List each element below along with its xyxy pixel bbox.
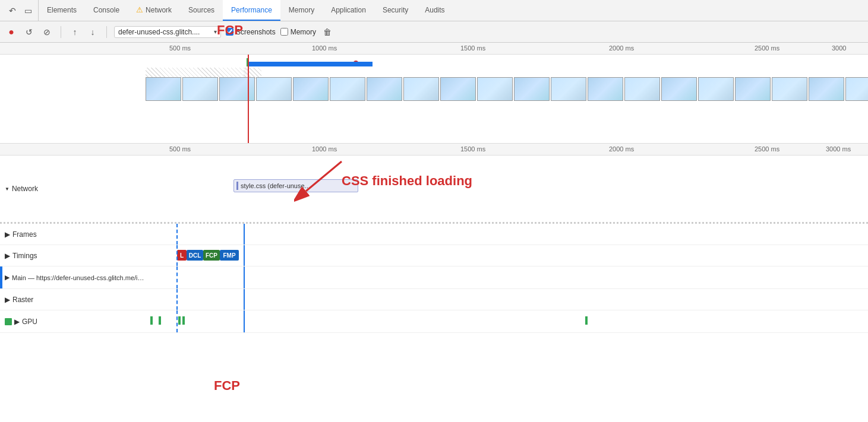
gpu-bar-2 — [159, 316, 161, 325]
tab-elements[interactable]: Elements — [39, 0, 85, 21]
screenshot-thumb — [330, 77, 365, 101]
screenshot-thumb — [551, 77, 586, 101]
screenshot-thumb — [698, 77, 734, 101]
tab-application[interactable]: Application — [323, 0, 374, 21]
memory-label: Memory — [291, 28, 316, 36]
gpu-bar-4 — [182, 316, 185, 325]
network-label[interactable]: ▼ Network — [5, 185, 144, 193]
url-text: defer-unused-css.glitch.... — [118, 28, 212, 36]
b-marker-1000: 1000 ms — [312, 145, 337, 153]
raster-text: Raster — [12, 296, 33, 304]
network-triangle-icon: ▼ — [5, 186, 10, 192]
timeline-overview[interactable]: 500 ms 1000 ms 1500 ms 2000 ms 2500 ms 3… — [0, 43, 868, 144]
main-triangle-icon: ▶ — [5, 274, 10, 281]
b-marker-3000: 3000 ms — [826, 145, 851, 153]
screenshot-thumb — [735, 77, 771, 101]
blue-line-timings — [244, 245, 245, 266]
raster-row: ▶ Raster — [0, 289, 868, 310]
screenshot-thumb — [403, 77, 439, 101]
network-section: ▼ Network style.css (defer-unuse... CSS … — [0, 156, 868, 224]
gpu-icon — [5, 318, 12, 325]
device-icon[interactable]: ▭ — [23, 5, 33, 16]
cursor-icon[interactable]: ↶ — [7, 5, 18, 16]
timings-triangle-icon: ▶ — [5, 252, 10, 260]
marker-2000: 2000 ms — [609, 45, 634, 52]
gpu-bar-1 — [150, 316, 153, 325]
divider-2 — [106, 26, 107, 38]
dashed-line-frames — [176, 224, 178, 245]
b-marker-500: 500 ms — [169, 145, 191, 153]
tab-audits[interactable]: Audits — [416, 0, 453, 21]
tab-console[interactable]: Console — [85, 0, 128, 21]
screenshot-thumb — [367, 77, 402, 101]
raster-label[interactable]: ▶ Raster — [0, 296, 146, 304]
frames-row: ▶ Frames — [0, 224, 868, 245]
gpu-text: GPU — [22, 318, 37, 326]
memory-checkbox[interactable] — [280, 28, 288, 36]
blue-loading-bar — [248, 62, 373, 66]
timing-dcl-badge[interactable]: DCL — [187, 250, 203, 261]
screenshot-thumb — [624, 77, 660, 101]
marker-3000: 3000 — [832, 45, 846, 52]
timings-label[interactable]: ▶ Timings — [0, 252, 146, 260]
download-button[interactable]: ↓ — [86, 26, 99, 39]
css-annotation: CSS finished loading — [342, 173, 472, 189]
performance-toolbar: ● ↺ ⊘ ↑ ↓ defer-unused-css.glitch.... ▾ … — [0, 21, 868, 43]
dashed-line-main — [176, 266, 178, 288]
gpu-triangle-icon: ▶ — [14, 318, 20, 326]
b-marker-2500: 2500 ms — [755, 145, 779, 153]
b-marker-1500: 1500 ms — [460, 145, 485, 153]
marker-1500: 1500 ms — [460, 45, 485, 52]
top-ruler: 500 ms 1000 ms 1500 ms 2000 ms 2500 ms 3… — [0, 43, 868, 55]
screenshot-thumb — [514, 77, 550, 101]
main-text: Main — https://defer-unused-css.glitch.m… — [12, 274, 146, 281]
marker-1000: 1000 ms — [312, 45, 337, 52]
gpu-content — [146, 310, 868, 332]
frames-label[interactable]: ▶ Frames — [0, 230, 146, 239]
url-selector[interactable]: defer-unused-css.glitch.... ▾ — [114, 26, 221, 38]
dashed-line-gpu — [176, 310, 178, 332]
bottom-panel: 500 ms 1000 ms 1500 ms 2000 ms 2500 ms 3… — [0, 144, 868, 422]
blue-line-frames — [244, 224, 245, 245]
red-vertical-line — [248, 55, 249, 144]
refresh-button[interactable]: ↺ — [23, 26, 36, 39]
gpu-row: ▶ GPU — [0, 310, 868, 333]
blue-line-raster — [244, 289, 245, 310]
tab-network[interactable]: ⚠ Network — [128, 0, 180, 21]
screenshot-thumb — [146, 77, 181, 101]
clear-button[interactable]: 🗑 — [321, 26, 334, 39]
fcp-annotation: FCP — [217, 224, 243, 369]
raster-content — [146, 289, 868, 310]
tab-performance[interactable]: Performance — [223, 0, 280, 21]
timings-row: ▶ Timings L DCL FCP FMP — [0, 245, 868, 266]
memory-checkbox-group: Memory — [280, 28, 316, 36]
gpu-label[interactable]: ▶ GPU — [0, 318, 146, 326]
marker-500: 500 ms — [169, 45, 191, 52]
main-content: 500 ms 1000 ms 1500 ms 2000 ms 2500 ms 3… — [0, 43, 868, 422]
frames-content — [146, 224, 868, 245]
blue-line-main — [244, 266, 245, 288]
main-label[interactable]: ▶ Main — https://defer-unused-css.glitch… — [0, 274, 146, 281]
raster-triangle-icon: ▶ — [5, 296, 10, 304]
dashed-line-raster — [176, 289, 178, 310]
screenshot-thumb — [588, 77, 623, 101]
timing-l-badge[interactable]: L — [177, 250, 187, 261]
bottom-ruler: 500 ms 1000 ms 1500 ms 2000 ms 2500 ms 3… — [0, 144, 868, 156]
record-button[interactable]: ● — [5, 26, 18, 39]
frames-triangle-icon: ▶ — [5, 230, 10, 239]
network-text: Network — [12, 185, 38, 193]
tab-sources[interactable]: Sources — [180, 0, 223, 21]
devtools-icons: ↶ ▭ — [2, 0, 39, 21]
timeline-tracks — [0, 55, 868, 144]
screenshot-thumb — [477, 77, 513, 101]
warn-icon: ⚠ — [136, 5, 143, 14]
tab-memory[interactable]: Memory — [280, 0, 323, 21]
gpu-bar-3 — [178, 316, 181, 325]
tab-security[interactable]: Security — [374, 0, 416, 21]
timings-content: L DCL FCP FMP — [146, 245, 868, 266]
screenshot-thumb — [440, 77, 476, 101]
screenshot-strip — [146, 72, 868, 105]
screenshot-thumb — [845, 77, 868, 101]
upload-button[interactable]: ↑ — [68, 26, 81, 39]
stop-button[interactable]: ⊘ — [40, 26, 53, 39]
